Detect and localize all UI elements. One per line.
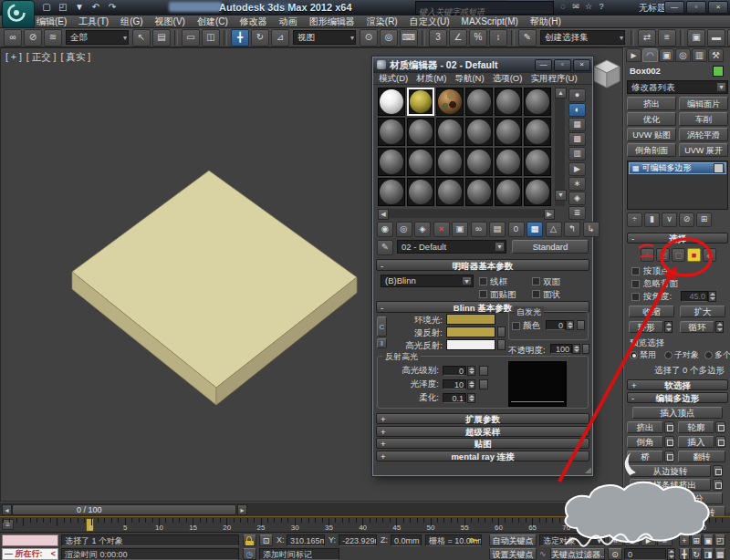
time-slider-handle[interactable]: 0 / 100 bbox=[12, 504, 236, 515]
sample-slot-6[interactable] bbox=[524, 88, 551, 116]
spinner-snap-toggle[interactable]: ↕ bbox=[489, 29, 507, 47]
sample-slot-13[interactable] bbox=[378, 148, 405, 176]
grow-button[interactable]: 扩大 bbox=[680, 306, 725, 317]
sample-slot-8[interactable] bbox=[407, 118, 434, 146]
menu-item-5[interactable]: 修改器 bbox=[240, 16, 267, 28]
y-coordinate-field[interactable]: -223.929mm bbox=[339, 534, 377, 546]
highlight-field-1[interactable]: 10 bbox=[443, 379, 466, 389]
menu-item-2[interactable]: 组(G) bbox=[120, 16, 142, 28]
sample-slot-24[interactable] bbox=[524, 178, 551, 206]
sample-slot-4[interactable] bbox=[465, 88, 493, 116]
x-coordinate-field[interactable]: 310.165mm bbox=[287, 534, 325, 546]
rollout-shader-basic-parameters[interactable]: -明暗器基本参数 bbox=[376, 259, 589, 271]
scroll-right-icon[interactable]: ▶ bbox=[544, 209, 555, 220]
put-to-library[interactable]: ▤ bbox=[489, 222, 506, 237]
menu-item-1[interactable]: 工具(T) bbox=[78, 16, 109, 28]
favorites-icon[interactable]: ☆ bbox=[582, 1, 595, 13]
select-by-name[interactable]: ▤ bbox=[152, 29, 171, 47]
menu-item-9[interactable]: 自定义(U) bbox=[410, 16, 450, 28]
editpoly-插入-button[interactable]: 插入 bbox=[678, 436, 714, 448]
highlight-map-button-0[interactable] bbox=[479, 366, 488, 376]
sample-slot-17[interactable] bbox=[495, 148, 522, 176]
redo-icon[interactable]: ↷ bbox=[105, 1, 120, 14]
modifier-list-dropdown[interactable]: 修改器列表 ▾ bbox=[627, 80, 728, 94]
editpoly-挤出-settings-button[interactable] bbox=[664, 421, 674, 433]
mirror[interactable]: ⇄ bbox=[638, 29, 656, 47]
ambient-color-swatch[interactable] bbox=[446, 314, 495, 325]
background[interactable]: ▦ bbox=[568, 118, 586, 131]
sample-slot-15[interactable] bbox=[436, 148, 464, 176]
scroll-left-icon[interactable]: ◀ bbox=[378, 209, 389, 220]
current-frame-field[interactable]: 0 bbox=[624, 548, 666, 560]
go-to-end[interactable]: » bbox=[657, 534, 673, 546]
specular-map-button[interactable] bbox=[497, 339, 506, 350]
select-and-scale[interactable]: ⊿ bbox=[271, 29, 289, 47]
bind-to-space-warp[interactable]: ≋ bbox=[44, 29, 62, 47]
material-map-navigator[interactable]: ≣ bbox=[568, 206, 586, 220]
shader-check-1[interactable] bbox=[532, 277, 540, 285]
set-key-button[interactable]: 设置关键点 bbox=[489, 548, 537, 560]
make-preview[interactable]: ▶ bbox=[568, 162, 586, 176]
specular-color-swatch[interactable] bbox=[446, 339, 495, 350]
zoom[interactable]: + bbox=[679, 534, 690, 546]
sample-slot-19[interactable] bbox=[378, 178, 405, 206]
key-filters-button[interactable]: 关键点过滤器... bbox=[550, 548, 605, 560]
rollout-edit-polygons[interactable]: -编辑多边形 bbox=[627, 392, 728, 403]
by-angle-field[interactable]: 45.0 bbox=[681, 291, 708, 302]
tab-motion[interactable]: ◎ bbox=[675, 48, 691, 62]
sample-slot-21[interactable] bbox=[436, 178, 464, 206]
maxscript-listener-top[interactable] bbox=[2, 534, 58, 546]
modifier-button-2[interactable]: 优化 bbox=[627, 112, 676, 126]
sample-slot-7[interactable] bbox=[378, 118, 405, 146]
loop-spinner[interactable] bbox=[715, 321, 724, 333]
resize-grip[interactable]: ◢ bbox=[585, 465, 591, 474]
menu-item-10[interactable]: MAXScript(M) bbox=[462, 16, 518, 26]
pin-stack[interactable]: ÷ bbox=[627, 213, 642, 227]
rollout-selection[interactable]: -选择 bbox=[627, 233, 728, 244]
reset-map[interactable]: × bbox=[433, 222, 450, 237]
ring-button[interactable]: 环形 bbox=[629, 321, 663, 333]
material-id-channel[interactable]: 0 bbox=[508, 222, 525, 237]
absolute-mode-toggle[interactable]: ⊡ bbox=[259, 534, 273, 546]
tab-create[interactable]: ► bbox=[626, 48, 641, 62]
next-frame-arrow[interactable]: ▸ bbox=[237, 504, 247, 515]
highlight-map-button-1[interactable] bbox=[479, 379, 488, 389]
layer-manager[interactable]: ▣ bbox=[687, 29, 705, 47]
use-pivot-point-center[interactable]: ⊙ bbox=[360, 29, 378, 47]
select-and-rotate[interactable]: ↻ bbox=[251, 29, 269, 47]
show-shaded-material-in-viewport[interactable]: ▦ bbox=[527, 222, 543, 237]
chevron-down-icon[interactable]: ▾ bbox=[495, 242, 505, 252]
self-illumination-map-button[interactable] bbox=[577, 320, 585, 330]
put-material-to-scene[interactable]: ◎ bbox=[396, 222, 412, 237]
named-selection-sets-dropdown[interactable]: 创建选择集 bbox=[540, 30, 625, 45]
rollout-collapsed-2[interactable]: +贴图 bbox=[376, 438, 589, 449]
sample-slot-3[interactable] bbox=[436, 88, 464, 116]
select-object[interactable]: ↖ bbox=[132, 29, 151, 47]
shader-check-2[interactable] bbox=[479, 290, 487, 298]
shader-check-3[interactable] bbox=[532, 290, 540, 298]
extrude-along-spline-settings-button[interactable] bbox=[713, 479, 723, 491]
add-time-tag[interactable]: 添加时间标记 bbox=[259, 548, 339, 560]
sample-slot-11[interactable] bbox=[495, 118, 522, 146]
sample-slot-10[interactable] bbox=[465, 118, 493, 146]
mini-curve-editor-button[interactable]: ≡ bbox=[2, 519, 14, 530]
video-color-check[interactable]: ▥ bbox=[568, 147, 586, 161]
modifier-button-4[interactable]: UVW 贴图 bbox=[627, 128, 676, 141]
me-menu-item-4[interactable]: 实用程序(U) bbox=[530, 73, 577, 85]
graphite-ribbon-toggle[interactable]: ▬ bbox=[707, 29, 725, 47]
new-scene-icon[interactable]: ▢ bbox=[39, 1, 54, 14]
ambient-diffuse-lock-button[interactable]: C bbox=[377, 316, 387, 337]
selection-lock-toggle[interactable] bbox=[243, 534, 256, 546]
tab-utilities[interactable]: ⚒ bbox=[708, 48, 724, 62]
go-to-start[interactable]: « bbox=[608, 534, 623, 546]
editpoly-倒角-button[interactable]: 倒角 bbox=[627, 436, 663, 448]
modifier-button-5[interactable]: 涡轮平滑 bbox=[679, 128, 728, 141]
me-maximize-button[interactable]: ▫ bbox=[554, 59, 571, 71]
help-icon[interactable]: ? bbox=[595, 1, 608, 13]
by-angle-checkbox[interactable] bbox=[631, 293, 640, 301]
menu-item-8[interactable]: 渲染(R) bbox=[367, 16, 398, 28]
material-name-dropdown[interactable]: 02 - Default ▾ bbox=[397, 240, 506, 254]
minimize-button[interactable]: — bbox=[664, 1, 684, 14]
select-by-material[interactable]: ◈ bbox=[568, 192, 586, 205]
zoom-region[interactable]: ◰ bbox=[714, 534, 725, 546]
